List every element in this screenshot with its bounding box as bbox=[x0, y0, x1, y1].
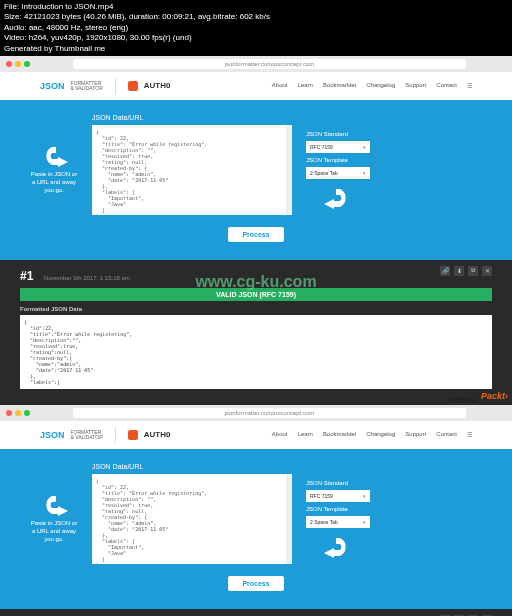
logo-auth0[interactable]: AUTH0 bbox=[144, 430, 171, 439]
arrow-right-icon bbox=[38, 145, 70, 167]
nav-support[interactable]: Support bbox=[405, 431, 426, 438]
logo-json[interactable]: JSON bbox=[40, 81, 65, 91]
std-dropdown[interactable]: RFC 7159▾ bbox=[306, 141, 370, 153]
arrow-right-icon bbox=[38, 494, 70, 516]
file-metadata: File: Introduction to JSON.mp4 Size: 421… bbox=[0, 0, 512, 56]
nav-menu-icon[interactable]: ☰ bbox=[467, 431, 472, 438]
left-hint: Paste in JSON or a URL and away you go. bbox=[30, 494, 78, 543]
link-icon[interactable]: 🔗 bbox=[440, 266, 450, 276]
json-input[interactable]: { "id": 22, "title": "Error while regist… bbox=[92, 474, 292, 564]
result-code[interactable]: { "id":22, "title":"Error while register… bbox=[20, 315, 492, 389]
nav-contact[interactable]: Contact bbox=[436, 82, 457, 89]
valid-banner: VALID JSON (RFC 7159) bbox=[20, 288, 492, 301]
close-icon[interactable]: ✕ bbox=[482, 266, 492, 276]
top-nav: About Learn Bookmarklet Changelog Suppor… bbox=[272, 82, 472, 89]
json-input[interactable]: { "id": 22, "title": "Error while regist… bbox=[92, 125, 292, 215]
result-timestamp: November 9th 2017, 1:15:18 am bbox=[44, 275, 130, 281]
process-button[interactable]: Process bbox=[228, 227, 283, 242]
options-column: JSON Standard RFC 7159▾ JSON Template 2 … bbox=[306, 131, 370, 209]
arrow-left-icon bbox=[322, 187, 354, 209]
nav-support[interactable]: Support bbox=[405, 82, 426, 89]
nav-learn[interactable]: Learn bbox=[298, 431, 313, 438]
minimize-traffic-icon[interactable] bbox=[15, 410, 21, 416]
panel-header: JSON Data/URL bbox=[92, 114, 482, 121]
nav-bookmarklet[interactable]: Bookmarklet bbox=[323, 82, 356, 89]
close-traffic-icon[interactable] bbox=[6, 61, 12, 67]
input-panel: JSON Data/URL Paste in JSON or a URL and… bbox=[0, 100, 512, 260]
std-label: JSON Standard bbox=[306, 480, 370, 486]
separator bbox=[115, 427, 116, 443]
meta-audio: Audio: aac, 48000 Hz, stereo (eng) bbox=[4, 23, 508, 33]
process-button[interactable]: Process bbox=[228, 576, 283, 591]
url-bar[interactable]: jsonformatter.curiousconcept.com bbox=[73, 408, 466, 418]
browser-chrome: jsonformatter.curiousconcept.com bbox=[0, 405, 512, 421]
minimize-traffic-icon[interactable] bbox=[15, 61, 21, 67]
nav-bookmarklet[interactable]: Bookmarklet bbox=[323, 431, 356, 438]
logo-json[interactable]: JSON bbox=[40, 430, 65, 440]
logo-subtitle: FORMATTER & VALIDATOR bbox=[71, 430, 103, 440]
hint-caption: Paste in JSON or a URL and away you go. bbox=[30, 520, 78, 543]
nav-about[interactable]: About bbox=[272, 431, 288, 438]
meta-file: File: Introduction to JSON.mp4 bbox=[4, 2, 508, 12]
site-header: JSON FORMATTER & VALIDATOR AUTH0 About L… bbox=[0, 72, 512, 100]
frame-1: jsonformatter.curiousconcept.com JSON FO… bbox=[0, 56, 512, 405]
maximize-traffic-icon[interactable] bbox=[24, 410, 30, 416]
nav-learn[interactable]: Learn bbox=[298, 82, 313, 89]
download-icon[interactable]: ⬇ bbox=[454, 266, 464, 276]
result-panel-1: #1 November 9th 2017, 1:15:18 am 🔗 ⬇ ⧉ ✕… bbox=[0, 260, 512, 405]
hint-caption: Paste in JSON or a URL and away you go. bbox=[30, 171, 78, 194]
panel-header: JSON Data/URL bbox=[92, 463, 482, 470]
input-panel: JSON Data/URL Paste in JSON or a URL and… bbox=[0, 449, 512, 609]
url-bar[interactable]: jsonformatter.curiousconcept.com bbox=[73, 59, 466, 69]
tpl-dropdown[interactable]: 2 Space Tab▾ bbox=[306, 167, 370, 179]
result-tool-icons: 🔗 ⬇ ⧉ ✕ bbox=[440, 266, 492, 276]
tpl-label: JSON Template bbox=[306, 506, 370, 512]
auth0-icon bbox=[128, 81, 138, 91]
arrow-left-icon bbox=[322, 536, 354, 558]
top-nav: About Learn Bookmarklet Changelog Suppor… bbox=[272, 431, 472, 438]
left-hint: Paste in JSON or a URL and away you go. bbox=[30, 145, 78, 194]
nav-about[interactable]: About bbox=[272, 82, 288, 89]
browser-chrome: jsonformatter.curiousconcept.com bbox=[0, 56, 512, 72]
tpl-label: JSON Template bbox=[306, 157, 370, 163]
frame-2: jsonformatter.curiousconcept.com JSON FO… bbox=[0, 405, 512, 616]
nav-contact[interactable]: Contact bbox=[436, 431, 457, 438]
separator bbox=[115, 78, 116, 94]
result-panel-2: #5 November 9th 2017, 1:25:40 am 🔗 ⬇ ⧉ ✕… bbox=[0, 609, 512, 616]
logo-auth0[interactable]: AUTH0 bbox=[144, 81, 171, 90]
std-label: JSON Standard bbox=[306, 131, 370, 137]
copy-icon[interactable]: ⧉ bbox=[468, 266, 478, 276]
nav-menu-icon[interactable]: ☰ bbox=[467, 82, 472, 89]
formatted-label: Formatted JSON Data bbox=[20, 306, 492, 312]
std-dropdown[interactable]: RFC 7159▾ bbox=[306, 490, 370, 502]
tpl-dropdown[interactable]: 2 Space Tab▾ bbox=[306, 516, 370, 528]
logo-subtitle: FORMATTER & VALIDATOR bbox=[71, 81, 103, 91]
meta-gen: Generated by Thumbnail me bbox=[4, 44, 508, 54]
result-number: #1 bbox=[20, 269, 33, 283]
meta-video: Video: h264, yuv420p, 1920x1080, 30.00 f… bbox=[4, 33, 508, 43]
video-timestamp: 00005141 bbox=[449, 397, 476, 403]
auth0-icon bbox=[128, 430, 138, 440]
nav-changelog[interactable]: Changelog bbox=[366, 431, 395, 438]
meta-size: Size: 42121023 bytes (40.26 MiB), durati… bbox=[4, 12, 508, 22]
site-header: JSON FORMATTER & VALIDATOR AUTH0 About L… bbox=[0, 421, 512, 449]
packt-logo: Packt› bbox=[481, 391, 508, 401]
maximize-traffic-icon[interactable] bbox=[24, 61, 30, 67]
close-traffic-icon[interactable] bbox=[6, 410, 12, 416]
nav-changelog[interactable]: Changelog bbox=[366, 82, 395, 89]
options-column: JSON Standard RFC 7159▾ JSON Template 2 … bbox=[306, 480, 370, 558]
